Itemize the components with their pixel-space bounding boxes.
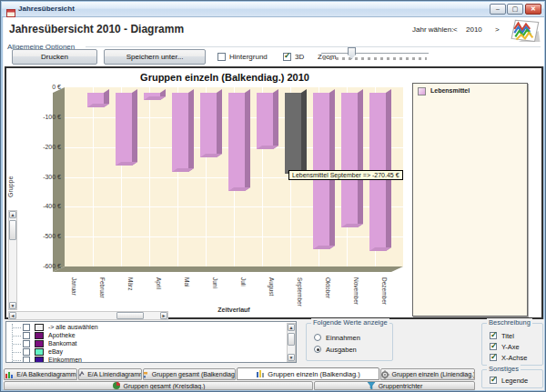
bar-m-rz[interactable] (116, 89, 137, 166)
sonstiges-label: Sonstiges (487, 365, 521, 373)
scroll-right-button[interactable]: ► (160, 312, 167, 319)
checkbox-y-axe[interactable] (490, 343, 497, 350)
gridline-v (149, 87, 150, 266)
scrollbar-thumb[interactable] (9, 220, 16, 240)
filter-color-swatch (35, 348, 44, 356)
background-checkbox-label: Hintergrund (229, 53, 268, 61)
year-prev-button[interactable]: < (453, 25, 458, 34)
tab-gruppen-einzeln-liniendiag[interactable]: Gruppen einzeln (Liniendiag.) (380, 368, 475, 380)
filter-item-bankomat[interactable]: Bankomat (7, 340, 280, 348)
scroll-down-button[interactable]: ▼ (288, 354, 295, 361)
tab-gruppen-einzeln-balkendiag[interactable]: Gruppen einzeln (Balkendiag.) (237, 367, 379, 380)
filter-color-swatch (35, 324, 44, 331)
filter-list[interactable]: -> alle auswählenApothekeBankomateBayEin… (5, 321, 297, 363)
year-next-button[interactable]: > (495, 25, 500, 34)
save-as-button[interactable]: Speichern unter... (104, 49, 206, 65)
bar-juli[interactable] (228, 89, 250, 191)
tab-label: Gruppen gesamt (Kreisdiag.) (124, 383, 206, 389)
background-checkbox[interactable] (217, 53, 226, 61)
radio-button[interactable] (314, 334, 321, 341)
bar-august[interactable] (257, 89, 278, 149)
time-horizontal-scrollbar[interactable]: ◄► (8, 311, 168, 320)
checkbox-label: X-Achse (501, 354, 527, 362)
filter-item-einkommen[interactable]: Einkommen (7, 357, 280, 363)
filter-color-swatch (35, 340, 44, 347)
y-tick-label: -400 € (21, 203, 61, 210)
filter-checkbox[interactable] (23, 332, 30, 339)
bar-november[interactable] (341, 89, 363, 227)
group-vertical-scrollbar[interactable]: ▲▼ (8, 210, 17, 310)
zoom-slider-track[interactable] (321, 53, 429, 54)
checkbox-label: Titel (501, 332, 514, 340)
minimize-button[interactable]: – (490, 4, 506, 15)
tab-label: E/A Liniendiagramm (87, 371, 142, 377)
y-tick-label: 0 € (21, 84, 61, 91)
value-selector-group: Folgende Werte anzeige EinnahmenAusgaben (306, 323, 393, 361)
group-axis-label: Gruppe (7, 156, 18, 197)
print-button[interactable]: Drucken (12, 49, 97, 65)
radio-label: Einnahmen (326, 334, 360, 342)
bottom-panel: -> alle auswählenApothekeBankomateBayEin… (4, 319, 544, 390)
gear-icon (380, 370, 389, 379)
bar-september[interactable] (285, 89, 307, 174)
radio-option-einnahmen[interactable]: Einnahmen (314, 334, 391, 343)
tab-gruppen-gesamt-kreisdiag[interactable]: Gruppen gesamt (Kreisdiag.) (4, 381, 313, 390)
filter-label: -> alle auswählen (48, 324, 98, 330)
tab-gruppen-gesamt-balkendiag[interactable]: Gruppen gesamt (Balkendiag.) (143, 368, 236, 380)
scrollbar-thumb[interactable] (288, 333, 295, 346)
tab-e-a-balkendiagramm[interactable]: E/A Balkendiagramm (4, 368, 77, 380)
beschreibung-label: Beschreibung (487, 318, 532, 327)
gridline-v (93, 87, 94, 266)
filter-checkbox[interactable] (23, 348, 30, 356)
threed-checkbox[interactable] (283, 53, 291, 61)
filter-list-scrollbar[interactable]: ▲▼ (287, 323, 296, 362)
scroll-up-button[interactable]: ▲ (9, 211, 16, 218)
checkbox-x-achse[interactable] (490, 354, 497, 361)
bar-front-face (285, 93, 301, 174)
tab-e-a-liniendiagramm[interactable]: E/A Liniendiagramm (78, 368, 142, 380)
chart-title: Gruppen einzeln (Balkendiag.) 2010 (43, 72, 407, 83)
maximize-button[interactable]: ▢ (507, 4, 523, 15)
pie-chart-icon (112, 381, 121, 390)
checkbox-legende[interactable] (490, 377, 497, 384)
radio-option-ausgaben[interactable]: Ausgaben (314, 346, 391, 355)
bar-april[interactable] (144, 89, 166, 100)
tab-label: Gruppen gesamt (Balkendiag.) (152, 371, 236, 377)
radio-button[interactable] (314, 346, 321, 353)
tab-row-1: E/A BalkendiagrammE/A LiniendiagrammGrup… (4, 367, 477, 380)
bar-front-face (257, 93, 273, 149)
scroll-up-button[interactable]: ▲ (288, 324, 295, 331)
bar-front-face (228, 93, 245, 191)
bar-juni[interactable] (200, 89, 222, 157)
filter-item-ebay[interactable]: eBay (7, 348, 280, 357)
chart-tooltip: Lebensmittel September => -270.45 € (288, 170, 403, 180)
close-button[interactable]: ✕ (525, 4, 541, 15)
filter-checkbox[interactable] (23, 340, 30, 347)
filter-item-apotheke[interactable]: Apotheke (7, 332, 280, 340)
bar-oktober[interactable] (313, 89, 335, 249)
scroll-left-button[interactable]: ◄ (9, 312, 16, 319)
filter-item-alle-ausw-hlen[interactable]: -> alle auswählen (7, 324, 280, 332)
page-title: Jahresübersicht 2010 - Diagramm (9, 23, 184, 35)
chart-panel: Gruppen einzeln (Balkendiag.) 2010 0 €-1… (5, 66, 543, 319)
filter-checkbox[interactable] (23, 324, 30, 331)
year-chooser-label: Jahr wählen: (412, 25, 453, 34)
filter-checkbox[interactable] (23, 357, 30, 363)
header-row: Jahresübersicht 2010 - Diagramm Jahr wäh… (4, 17, 544, 42)
legend-label: Lebensmittel (430, 87, 470, 94)
options-group-line (86, 46, 541, 47)
tab-gruppentrichter[interactable]: Gruppentrichter (314, 381, 475, 390)
column-chart-icon (256, 369, 265, 378)
hbar-chart-icon (143, 370, 149, 379)
zoom-slider-ticks (323, 57, 427, 60)
checkbox-titel[interactable] (490, 332, 497, 339)
filter-label: eBay (48, 348, 63, 355)
bar-mai[interactable] (172, 89, 194, 172)
legend-item: Lebensmittel (418, 87, 522, 96)
title-bar[interactable]: Jahresübersicht – ▢ ✕ (2, 2, 544, 17)
filter-label: Apotheke (48, 332, 76, 338)
scroll-down-button[interactable]: ▼ (9, 302, 16, 309)
scrollbar-thumb[interactable] (116, 312, 144, 319)
bar-februar[interactable] (87, 89, 109, 107)
checkbox-label: Legende (501, 377, 528, 385)
